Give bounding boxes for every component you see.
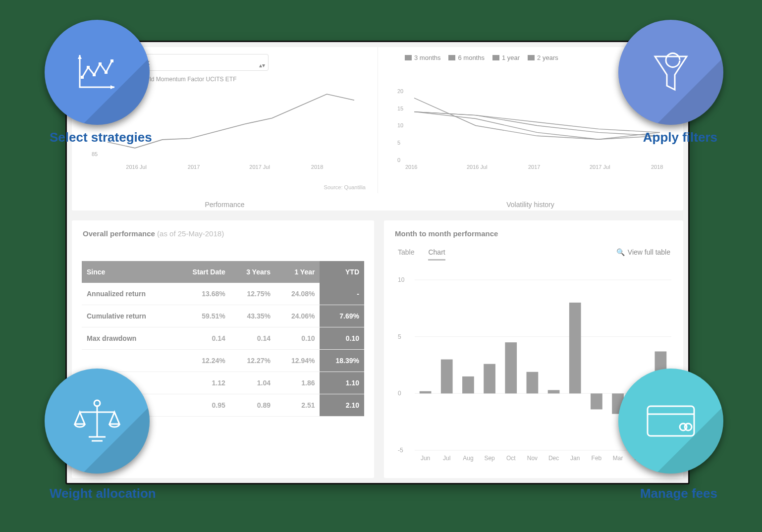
svg-rect-26 [441,360,453,394]
svg-rect-24 [420,391,432,394]
badge-apply-filters[interactable] [618,20,723,125]
svg-text:5: 5 [398,333,401,340]
svg-rect-30 [484,364,495,394]
view-full-table[interactable]: 🔍 View full table [616,248,670,256]
table-row: 12.24%12.27%12.94%18.39% [82,350,364,372]
badge-label-tl: Select strategies [50,130,152,145]
svg-text:Mar: Mar [613,455,623,462]
tab-chart[interactable]: Chart [428,248,445,261]
dashboard-panel: mark ▴▾ MSCI World Momentum Factor UCITS… [65,41,690,484]
svg-rect-28 [462,376,474,393]
svg-text:Nov: Nov [527,455,538,462]
overall-heading-text: Overall performance [83,229,155,238]
svg-rect-51 [99,62,102,65]
table-row: Max drawdown0.140.140.100.10 [82,327,364,350]
svg-text:2017: 2017 [188,164,200,170]
svg-text:Aug: Aug [463,455,473,462]
svg-text:2017 Jul: 2017 Jul [249,164,270,170]
svg-text:Oct: Oct [506,455,516,462]
table-row: Annualized return13.68%12.75%24.08%- [82,283,364,305]
svg-text:2017 Jul: 2017 Jul [590,164,610,170]
svg-text:85: 85 [92,151,98,157]
credit-card-icon [644,401,698,441]
top-card: mark ▴▾ MSCI World Momentum Factor UCITS… [72,47,683,211]
chevron-updown-icon: ▴▾ [259,57,265,73]
svg-text:0: 0 [398,390,401,397]
svg-rect-36 [548,390,560,393]
svg-text:2018: 2018 [311,164,323,170]
svg-rect-32 [505,342,517,393]
m2m-heading: Month to month performance [395,229,498,238]
svg-text:15: 15 [397,106,403,111]
svg-text:2018: 2018 [651,164,663,170]
legend-item: 1 year [492,54,520,61]
table-row: Cumulative return59.51%43.35%24.06%7.69% [82,305,364,327]
svg-text:2016 Jul: 2016 Jul [467,164,488,170]
svg-rect-49 [87,66,90,69]
svg-rect-53 [110,59,113,62]
svg-rect-48 [81,76,84,79]
funnel-icon [646,48,696,97]
volatility-title: Volatility history [378,201,683,209]
svg-text:Feb: Feb [592,455,602,462]
svg-rect-38 [569,303,581,393]
svg-rect-34 [527,372,539,394]
svg-text:-5: -5 [398,447,403,454]
overall-date: (as of 25-May-2018) [157,229,224,238]
svg-rect-52 [105,71,108,74]
svg-text:Jul: Jul [443,455,450,462]
m2m-tabs: TableChart [398,248,445,261]
svg-text:2016 Jul: 2016 Jul [126,164,147,170]
svg-text:0: 0 [397,157,400,163]
scales-icon [70,396,124,446]
svg-text:Dec: Dec [548,455,559,462]
svg-text:5: 5 [397,140,400,146]
chart-source: Source: Quantilia [324,184,366,190]
legend-item: 3 months [405,54,440,61]
performance-title: Performance [72,201,378,209]
search-icon: 🔍 [616,248,625,256]
svg-text:10: 10 [398,276,405,283]
line-chart-icon [72,50,122,95]
svg-text:Sep: Sep [484,455,495,462]
badge-manage-fees[interactable] [618,369,723,474]
badge-weight-allocation[interactable] [45,369,150,474]
svg-text:20: 20 [397,88,403,94]
badge-label-br: Manage fees [640,486,717,501]
svg-text:2017: 2017 [528,164,540,170]
svg-text:Jun: Jun [421,455,430,462]
legend-item: 2 years [528,54,558,61]
view-full-table-label: View full table [628,248,670,256]
badge-select-strategies[interactable] [45,20,150,125]
legend-item: 6 months [448,54,484,61]
svg-text:Jan: Jan [570,455,580,462]
overall-heading: Overall performance (as of 25-May-2018) [83,229,224,238]
badge-label-tr: Apply filters [643,130,717,145]
svg-rect-40 [591,393,602,409]
svg-point-62 [685,424,692,430]
badge-label-bl: Weight allocation [50,486,156,501]
svg-text:2016: 2016 [405,164,417,170]
svg-text:10: 10 [397,122,403,128]
svg-rect-50 [93,73,96,76]
tab-table[interactable]: Table [398,248,414,261]
svg-rect-59 [648,406,694,436]
benchmark-select[interactable]: mark ▴▾ [129,54,269,71]
